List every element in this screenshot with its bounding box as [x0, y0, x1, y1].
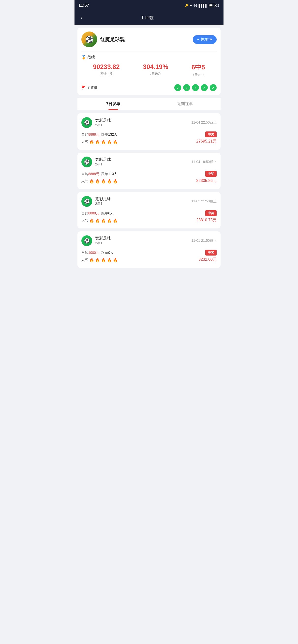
- follow-button[interactable]: + 关注TA: [193, 35, 217, 44]
- order-meta-2: 竞彩足球 2串1: [95, 196, 111, 206]
- fire-icon-1-1: 🔥: [95, 178, 100, 185]
- fire-icons-1: 人气 🔥🔥🔥🔥🔥: [81, 178, 118, 185]
- signal-icon: ▌▌▌▌: [199, 4, 208, 8]
- fire-icon-0-2: 🔥: [101, 138, 106, 146]
- tab-7day[interactable]: 7日发单: [77, 98, 149, 110]
- stats-section: 🏅 战绩 90233.82 累计中奖 304.19% 7日盈利 6中5 7日命中: [81, 51, 217, 91]
- order-left-0: ⚽ 竞彩足球 2串1: [81, 117, 111, 128]
- key-icon: 🔑: [185, 4, 189, 8]
- order-header-3: ⚽ 竞彩足球 2串1 11-01 21:50截止: [81, 235, 217, 246]
- win-amount-0: 27695.21元: [196, 139, 217, 144]
- win-badge-2: 中奖: [205, 210, 217, 216]
- order-left-1: ⚽ 竞彩足球 2串1: [81, 156, 111, 168]
- network-icon: 4G: [193, 4, 197, 8]
- back-button[interactable]: ‹: [78, 14, 84, 22]
- tab-recent[interactable]: 近期红单: [149, 98, 221, 110]
- fire-icon-2-2: 🔥: [101, 217, 106, 224]
- check-1: ✓: [174, 84, 181, 91]
- order-type-2: 竞彩足球: [95, 196, 111, 202]
- win-amount-3: 3232.00元: [198, 257, 217, 262]
- avatar: ⚽: [81, 32, 97, 47]
- order-left-3: ⚽ 竞彩足球 2串1: [81, 235, 111, 246]
- order-series-0: 2串1: [95, 123, 111, 128]
- order-result-2: 中奖 23810.75元: [196, 210, 217, 223]
- total-win-label: 累计中奖: [93, 72, 119, 76]
- popularity-label-1: 人气: [81, 178, 88, 185]
- order-footer-0: 自购8888元 跟单132人 人气 🔥🔥🔥🔥🔥 中奖 27695.21元: [81, 132, 217, 146]
- avatar-image: ⚽: [81, 32, 97, 47]
- recent-label: 🚩 近5期: [81, 86, 97, 90]
- order-header-2: ⚽ 竞彩足球 2串1 11-03 21:50截止: [81, 196, 217, 207]
- order-meta-1: 竞彩足球 2串1: [95, 157, 111, 167]
- order-info-3: 自购1000元 跟单0人 人气 🔥🔥🔥🔥🔥: [81, 250, 118, 264]
- check-5: ✓: [210, 84, 217, 91]
- order-left-2: ⚽ 竞彩足球 2串1: [81, 196, 111, 207]
- profile-card: ⚽ 红魔足球观 + 关注TA 🏅 战绩 90233.82 累计中奖 304.19…: [77, 28, 221, 95]
- fire-icon-0-0: 🔥: [89, 138, 94, 146]
- fire-icon-2-4: 🔥: [113, 217, 118, 224]
- fire-icon-1-2: 🔥: [101, 178, 106, 185]
- status-icons: 🔑 ✦ 4G ▌▌▌▌ 33: [185, 4, 220, 8]
- fire-icon-3-0: 🔥: [89, 257, 94, 264]
- fire-icon-3-1: 🔥: [95, 257, 100, 264]
- hit-rate-stat: 6中5 7日命中: [192, 63, 205, 77]
- order-buy-info-0: 自购8888元 跟单132人: [81, 132, 118, 138]
- fire-icon-0-1: 🔥: [95, 138, 100, 146]
- win-amount-1: 32305.86元: [196, 178, 217, 184]
- order-info-0: 自购8888元 跟单132人 人气 🔥🔥🔥🔥🔥: [81, 132, 118, 146]
- order-deadline-1: 11-04 19:50截止: [191, 160, 217, 164]
- hit-rate-label: 7日命中: [192, 72, 205, 77]
- battery-level: 33: [216, 4, 220, 8]
- tabs-container: 7日发单 近期红单: [77, 98, 221, 110]
- fire-icon-0-4: 🔥: [113, 138, 118, 146]
- order-type-1: 竞彩足球: [95, 157, 111, 162]
- profile-header: ⚽ 红魔足球观 + 关注TA: [81, 32, 217, 47]
- order-header-0: ⚽ 竞彩足球 2串1 11-04 22:50截止: [81, 117, 217, 128]
- order-deadline-2: 11-03 21:50截止: [191, 199, 217, 204]
- order-buy-info-2: 自购8888元 跟单6人: [81, 210, 118, 216]
- order-result-3: 中奖 3232.00元: [198, 250, 217, 262]
- order-card-1: ⚽ 竞彩足球 2串1 11-04 19:50截止 自购8888元 跟单113人 …: [77, 153, 221, 189]
- order-deadline-0: 11-04 22:50截止: [191, 120, 217, 125]
- fire-icons-0: 人气 🔥🔥🔥🔥🔥: [81, 138, 118, 146]
- order-meta-0: 竞彩足球 2串1: [95, 118, 111, 128]
- recent-row: 🚩 近5期 ✓ ✓ ✓ ✓ ✓: [81, 81, 217, 91]
- order-card-3: ⚽ 竞彩足球 2串1 11-01 21:50截止 自购1000元 跟单0人 人气…: [77, 232, 221, 268]
- main-content: ⚽ 红魔足球观 + 关注TA 🏅 战绩 90233.82 累计中奖 304.19…: [74, 24, 224, 274]
- nav-bar: ‹ 工种號: [74, 11, 224, 24]
- order-meta-3: 竞彩足球 2串1: [95, 236, 111, 246]
- order-header-1: ⚽ 竞彩足球 2串1 11-04 19:50截止: [81, 156, 217, 168]
- fire-icon-1-0: 🔥: [89, 178, 94, 185]
- popularity-label-2: 人气: [81, 217, 88, 224]
- seven-day-profit-value: 304.19%: [143, 63, 168, 71]
- order-info-2: 自购8888元 跟单6人 人气 🔥🔥🔥🔥🔥: [81, 210, 118, 224]
- status-time: 11:57: [78, 3, 89, 8]
- profile-name: 红魔足球观: [100, 36, 193, 43]
- fire-icon-2-0: 🔥: [89, 217, 94, 224]
- order-info-1: 自购8888元 跟单113人 人气 🔥🔥🔥🔥🔥: [81, 171, 118, 185]
- popularity-label-0: 人气: [81, 138, 88, 146]
- bluetooth-icon: ✦: [190, 4, 192, 8]
- order-series-3: 2串1: [95, 241, 111, 246]
- order-type-0: 竞彩足球: [95, 118, 111, 123]
- win-badge-1: 中奖: [205, 171, 217, 177]
- fire-icon-2-3: 🔥: [107, 217, 112, 224]
- fire-icon-3-3: 🔥: [107, 257, 112, 264]
- order-card-0: ⚽ 竞彩足球 2串1 11-04 22:50截止 自购8888元 跟单132人 …: [77, 113, 221, 150]
- battery-icon: [209, 4, 215, 7]
- fire-icons-3: 人气 🔥🔥🔥🔥🔥: [81, 257, 118, 264]
- check-2: ✓: [183, 84, 190, 91]
- order-footer-2: 自购8888元 跟单6人 人气 🔥🔥🔥🔥🔥 中奖 23810.75元: [81, 210, 217, 224]
- total-win-stat: 90233.82 累计中奖: [93, 63, 119, 77]
- order-icon-0: ⚽: [81, 117, 92, 128]
- fire-icon-0-3: 🔥: [107, 138, 112, 146]
- hit-rate-value: 6中5: [192, 63, 205, 72]
- order-type-3: 竞彩足球: [95, 236, 111, 241]
- medal-icon: 🏅: [81, 55, 86, 60]
- win-badge-0: 中奖: [205, 132, 217, 137]
- seven-day-profit-stat: 304.19% 7日盈利: [143, 63, 168, 77]
- win-badge-3: 中奖: [205, 250, 217, 256]
- popularity-label-3: 人气: [81, 257, 88, 264]
- flag-icon: 🚩: [81, 86, 86, 90]
- check-3: ✓: [192, 84, 199, 91]
